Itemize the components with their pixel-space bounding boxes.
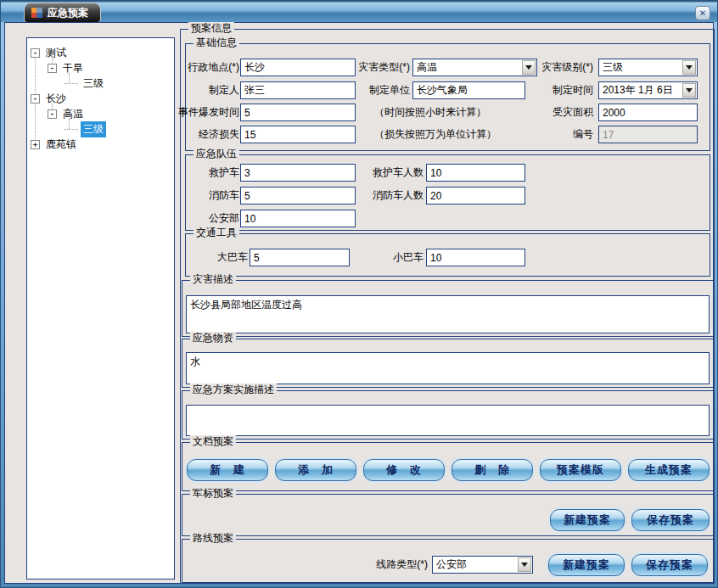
tree-collapse-icon[interactable]: - [31, 94, 40, 104]
serial-no-label: 编号 [573, 126, 593, 143]
implementation-group-title: 应急方案实施描述 [190, 384, 277, 396]
route-type-select[interactable]: 公安部 [432, 556, 533, 574]
title-tab: 应急预案 [24, 3, 101, 22]
creating-time-datepicker[interactable]: 2013年 1月 6日 [598, 81, 698, 99]
police-input[interactable] [240, 210, 356, 227]
fire-truck-staff-input[interactable] [426, 187, 525, 204]
route-plan-group-title: 路线预案 [190, 532, 236, 545]
fire-truck-input[interactable] [240, 187, 356, 204]
disaster-type-select[interactable]: 高温 [412, 59, 537, 76]
supplies-group-title: 应急物资 [190, 332, 236, 344]
tree-node-label[interactable]: 三级 [81, 76, 106, 92]
tree-leaf-connector [65, 129, 78, 130]
plan-info-group: 预案信息 基础信息 行政地点(*) 灾害类型(*) 高温 灾害级别(*) 三级 … [180, 29, 715, 584]
military-save-plan-button[interactable]: 保存预案 [631, 509, 710, 531]
add-button[interactable]: 添 加 [275, 459, 356, 481]
titlebar: 应急预案 ✕ [1, 1, 717, 22]
admin-location-label: 行政地点(*) [188, 59, 239, 76]
tree-node[interactable]: - 长沙 [27, 91, 174, 106]
tree-expand-icon[interactable]: + [31, 140, 40, 149]
client-area: - 测试 - 干旱 三级 - 长沙 - 高温 三级 [4, 22, 714, 584]
emergency-teams-group-title: 应急队伍 [194, 148, 239, 160]
tree-node[interactable]: 三级 [27, 76, 174, 91]
affected-area-label: 受灾面积 [553, 104, 593, 121]
transport-group: 交通工具 大巴车 小巴车 [185, 233, 710, 277]
creating-time-value: 2013年 1月 6日 [603, 84, 673, 96]
delete-button[interactable]: 删 除 [452, 459, 533, 481]
ambulance-input[interactable] [240, 164, 356, 182]
disaster-level-label: 灾害级别(*) [541, 59, 593, 76]
tree-collapse-icon[interactable]: - [48, 64, 57, 73]
military-plan-group: 军标预案 新建预案 保存预案 [182, 494, 714, 536]
tree-node-label[interactable]: 高温 [60, 106, 86, 122]
economic-loss-label: 经济损失 [199, 126, 239, 143]
disaster-level-select[interactable]: 三级 [598, 59, 698, 76]
creator-label: 制定人 [209, 81, 239, 99]
route-save-plan-button[interactable]: 保存预案 [631, 554, 708, 576]
tree-node-label[interactable]: 三级 [81, 121, 106, 137]
supplies-group: 应急物资 水 [182, 339, 714, 388]
small-bus-input[interactable] [426, 249, 525, 266]
ambulance-staff-label: 救护车人数 [373, 164, 424, 182]
plan-info-group-title: 预案信息 [188, 22, 234, 35]
emergency-teams-group: 应急队伍 救护车 救护车人数 消防车 消防车人数 公安部 [185, 154, 710, 231]
dropdown-arrow-icon[interactable] [518, 557, 531, 572]
tree-node-label[interactable]: 长沙 [43, 91, 69, 107]
route-plan-group: 路线预案 线路类型(*) 公安部 新建预案 保存预案 [182, 539, 714, 583]
doc-plan-group: 文档预案 新 建 添 加 修 改 删 除 预案模版 生成预案 [182, 442, 714, 491]
tree-collapse-icon[interactable]: - [48, 109, 57, 119]
dropdown-arrow-icon[interactable] [682, 83, 696, 98]
doc-plan-group-title: 文档预案 [190, 435, 236, 448]
generate-plan-button[interactable]: 生成预案 [628, 459, 710, 481]
disaster-desc-textarea[interactable]: 长沙县局部地区温度过高 [186, 295, 710, 333]
serial-no-input [598, 126, 698, 143]
basic-info-group: 基础信息 行政地点(*) 灾害类型(*) 高温 灾害级别(*) 三级 制定人 制… [185, 43, 710, 151]
ambulance-staff-input[interactable] [426, 164, 525, 182]
dropdown-arrow-icon[interactable] [522, 60, 536, 75]
creating-unit-input[interactable] [412, 81, 525, 99]
transport-group-title: 交通工具 [194, 227, 239, 239]
close-button[interactable]: ✕ [695, 6, 710, 20]
dropdown-arrow-icon[interactable] [682, 60, 696, 75]
tree-leaf-connector [65, 83, 78, 84]
fire-truck-staff-label: 消防车人数 [373, 187, 424, 204]
tree-node[interactable]: + 鹿苑镇 [27, 137, 174, 152]
big-bus-input[interactable] [250, 249, 350, 266]
tree-node-label[interactable]: 干旱 [60, 60, 86, 76]
outbreak-time-note: （时间按照小时来计算） [374, 104, 486, 121]
close-icon: ✕ [699, 9, 706, 18]
economic-loss-input[interactable] [240, 126, 356, 143]
outbreak-time-input[interactable] [240, 104, 356, 121]
disaster-level-value: 三级 [603, 61, 623, 73]
big-bus-label: 大巴车 [217, 249, 248, 266]
police-label: 公安部 [209, 210, 239, 227]
route-new-plan-button[interactable]: 新建预案 [548, 554, 625, 576]
disaster-type-label: 灾害类型(*) [358, 59, 410, 76]
outbreak-time-label: 事件爆发时间 [178, 104, 239, 121]
tree-node-selected[interactable]: 三级 [27, 121, 174, 137]
modify-button[interactable]: 修 改 [363, 459, 445, 481]
creating-unit-label: 制定单位 [369, 81, 410, 99]
tree-node[interactable]: - 测试 [27, 45, 174, 60]
fire-truck-label: 消防车 [209, 187, 239, 204]
route-type-label: 线路类型(*) [376, 556, 428, 574]
creator-input[interactable] [240, 81, 356, 99]
small-bus-label: 小巴车 [393, 249, 424, 266]
tree-collapse-icon[interactable]: - [31, 48, 40, 58]
tree-node-label[interactable]: 测试 [43, 45, 69, 61]
new-button[interactable]: 新 建 [187, 459, 268, 481]
implementation-textarea[interactable] [186, 405, 710, 436]
tree-node-label[interactable]: 鹿苑镇 [43, 137, 79, 153]
ambulance-label: 救护车 [209, 164, 239, 182]
admin-location-input[interactable] [240, 59, 356, 76]
tree-node[interactable]: - 干旱 [27, 60, 174, 76]
implementation-group: 应急方案实施描述 [182, 390, 714, 440]
plan-tree[interactable]: - 测试 - 干旱 三级 - 长沙 - 高温 三级 [26, 37, 175, 580]
military-new-plan-button[interactable]: 新建预案 [550, 509, 625, 531]
affected-area-input[interactable] [598, 104, 698, 121]
app-window: 应急预案 ✕ - 测试 - 干旱 三级 [0, 0, 718, 588]
app-icon [31, 8, 42, 18]
tree-node[interactable]: - 高温 [27, 106, 174, 121]
plan-template-button[interactable]: 预案模版 [540, 459, 621, 481]
supplies-textarea[interactable]: 水 [186, 352, 710, 384]
